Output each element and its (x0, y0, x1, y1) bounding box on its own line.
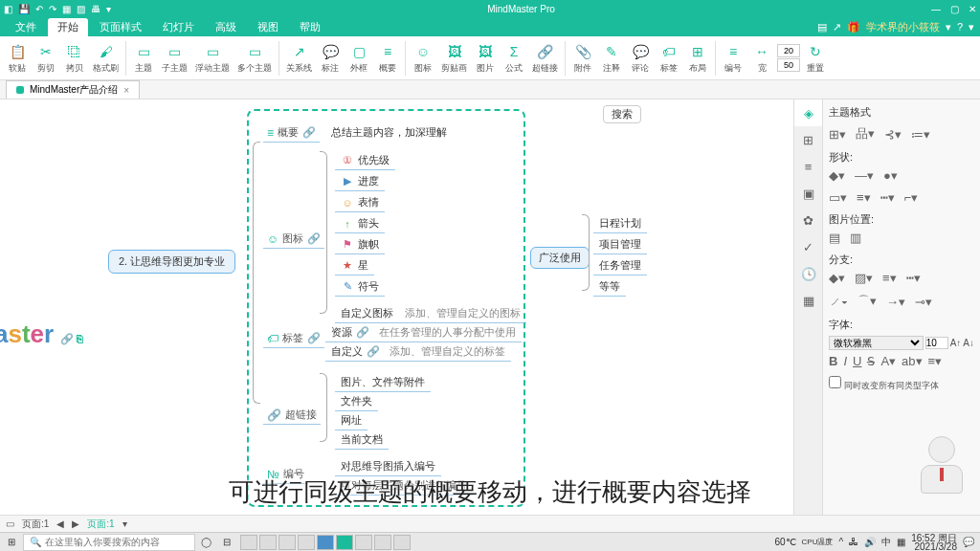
leaf-num-item[interactable]: 对思维导图插入编号 (335, 457, 441, 476)
taskbar-app[interactable] (240, 535, 257, 550)
taskbar-search[interactable]: 🔍 (23, 534, 195, 551)
menu-tab-1[interactable]: 开始 (48, 18, 88, 36)
node-2[interactable]: 2. 让思维导图更加专业 (108, 250, 235, 274)
search-input[interactable] (45, 537, 189, 547)
line-icon[interactable]: —▾ (855, 168, 874, 183)
mindmap-canvas[interactable]: aster 🔗 ⎘ 2. 让思维导图更加专业 ≡ 概要 🔗 总结主题内容，加深理… (0, 99, 793, 515)
group-summary[interactable]: ≡ 概要 🔗 (263, 123, 320, 143)
close-tab-icon[interactable]: × (123, 85, 129, 96)
dash-icon[interactable]: ┅▾ (880, 190, 895, 205)
ribbon-注释[interactable]: ✎注释 (598, 41, 625, 75)
highlight-icon[interactable]: ab▾ (902, 354, 922, 368)
ribbon-拷贝[interactable]: ⿻拷贝 (61, 41, 88, 75)
branch-d-icon[interactable]: ┅▾ (906, 271, 921, 285)
settings-icon[interactable]: ▾ (969, 21, 974, 33)
taskbar-app[interactable] (317, 535, 334, 550)
taskbar-app[interactable] (374, 535, 391, 550)
img-left-icon[interactable]: ▤ (829, 231, 840, 245)
ribbon-子主题[interactable]: ▭子主题 (159, 41, 190, 75)
sidetool-outline-icon[interactable]: ≡ (794, 153, 822, 180)
circle-icon[interactable]: ●▾ (883, 168, 898, 183)
img-right-icon[interactable]: ▥ (850, 231, 861, 245)
user-name[interactable]: 学术界的小筱筱 (866, 20, 940, 34)
dropdown-icon[interactable]: ▾ (946, 21, 951, 33)
ribbon-标注[interactable]: 💬标注 (317, 41, 344, 75)
leaf-icon-item[interactable]: ✎符号 (335, 277, 385, 297)
leaf-link-item[interactable]: 文件夹 (335, 392, 378, 411)
menu-tab-4[interactable]: 高级 (206, 18, 246, 36)
corner-icon[interactable]: ⌐▾ (904, 190, 919, 205)
ribbon-多个主题[interactable]: ▭多个主题 (234, 41, 275, 75)
fontcolor-icon[interactable]: A▾ (880, 354, 896, 368)
ribbon-外框[interactable]: ▢外框 (345, 41, 372, 75)
start-button[interactable]: ⊞ (0, 533, 23, 552)
group-tag[interactable]: 🏷 标签 🔗 (263, 329, 324, 348)
qat-icon[interactable]: ▨ (77, 4, 85, 14)
taskbar-app[interactable] (355, 535, 372, 550)
border-icon[interactable]: ▭▾ (829, 190, 847, 205)
end-icon[interactable]: ⊸▾ (915, 295, 932, 309)
apply-all-checkbox[interactable] (829, 376, 841, 388)
dropdown-icon[interactable]: ▾ (122, 518, 127, 529)
font-dec-icon[interactable]: A↓ (963, 338, 974, 348)
leaf-link-item[interactable]: 网址 (335, 411, 368, 430)
ribbon-重置[interactable]: ↻重置 (802, 41, 829, 75)
font-family-select[interactable]: 微软雅黑 (829, 336, 924, 350)
font-inc-icon[interactable]: A↑ (950, 338, 962, 348)
taskbar-app-mindmaster[interactable] (336, 535, 353, 550)
leaf-icon-item[interactable]: ↑箭头 (335, 214, 385, 233)
help-icon[interactable]: ? (957, 21, 963, 33)
underline-icon[interactable]: U (853, 354, 861, 368)
qat-print-icon[interactable]: 🖶 (91, 4, 100, 14)
taskbar-app[interactable] (259, 535, 277, 550)
font-size-input[interactable] (925, 337, 948, 349)
taskview-icon[interactable]: ⊟ (217, 537, 236, 547)
weight-icon[interactable]: ≡▾ (857, 190, 871, 205)
italic-icon[interactable]: I (843, 354, 847, 368)
cloud-icon[interactable]: ▤ (817, 21, 827, 33)
ribbon-关系线[interactable]: ↗关系线 (283, 41, 315, 75)
fill-icon[interactable]: ◆▾ (829, 168, 845, 183)
tray-net-icon[interactable]: 🖧 (849, 537, 858, 547)
branch-style-icon[interactable]: ▨▾ (855, 271, 873, 285)
leaf-custom-icon[interactable]: 自定义图标 添加、管理自定义的图标 (335, 304, 526, 323)
leaf-link-item[interactable]: 当前文档 (335, 430, 389, 450)
taskbar-app[interactable] (278, 535, 296, 550)
branch-icon[interactable]: ⊰▾ (884, 127, 902, 142)
cortana-icon[interactable]: ◯ (195, 537, 217, 547)
notification-icon[interactable]: 💬 (963, 537, 974, 547)
menu-tab-6[interactable]: 帮助 (290, 18, 330, 36)
curve1-icon[interactable]: ⟋▾ (829, 295, 848, 309)
menu-tab-0[interactable]: 文件 (6, 18, 46, 36)
ribbon-公式[interactable]: Σ公式 (501, 41, 527, 75)
sidetool-layout-icon[interactable]: ⊞ (794, 126, 822, 153)
strike-icon[interactable]: S̶ (867, 354, 875, 368)
qat-save-icon[interactable]: 💾 (18, 4, 30, 14)
nav-prev-icon[interactable]: ◀ (56, 518, 64, 529)
leaf-tag-item[interactable]: 资源🔗在任务管理的人事分配中使用 (325, 323, 522, 342)
list-icon[interactable]: ≔▾ (911, 127, 930, 142)
ribbon-编号[interactable]: ≡编号 (720, 41, 746, 75)
bold-icon[interactable]: B (829, 354, 837, 368)
gift-icon[interactable]: 🎁 (847, 21, 860, 33)
ribbon-评论[interactable]: 💬评论 (627, 41, 654, 75)
tray-vol-icon[interactable]: 🔊 (864, 537, 876, 547)
ribbon-概要[interactable]: ≡概要 (374, 41, 401, 75)
ribbon-软贴[interactable]: 📋软贴 (4, 41, 31, 75)
menu-tab-5[interactable]: 视图 (248, 18, 288, 36)
leaf-wideuse-item[interactable]: 任务管理 (593, 256, 647, 276)
minimize-icon[interactable]: — (931, 4, 941, 14)
leaf-wideuse-item[interactable]: 项目管理 (593, 235, 647, 254)
leaf-tag-item[interactable]: 自定义🔗添加、管理自定义的标签 (325, 342, 511, 362)
leaf-icon-item[interactable]: ☺表情 (335, 193, 385, 212)
ribbon-布局[interactable]: ⊞布局 (684, 41, 711, 75)
sidetool-task-icon[interactable]: ✓ (794, 233, 822, 260)
close-icon[interactable]: ✕ (969, 4, 976, 14)
sidetool-more-icon[interactable]: ▦ (794, 287, 822, 314)
sidetool-clipart-icon[interactable]: ✿ (794, 207, 822, 233)
taskbar-app[interactable] (393, 535, 411, 550)
leaf-link-item[interactable]: 图片、文件等附件 (335, 373, 431, 392)
ribbon-超链接[interactable]: 🔗超链接 (529, 41, 561, 75)
maximize-icon[interactable]: ▢ (950, 4, 959, 14)
qat-redo-icon[interactable]: ↷ (49, 4, 56, 14)
